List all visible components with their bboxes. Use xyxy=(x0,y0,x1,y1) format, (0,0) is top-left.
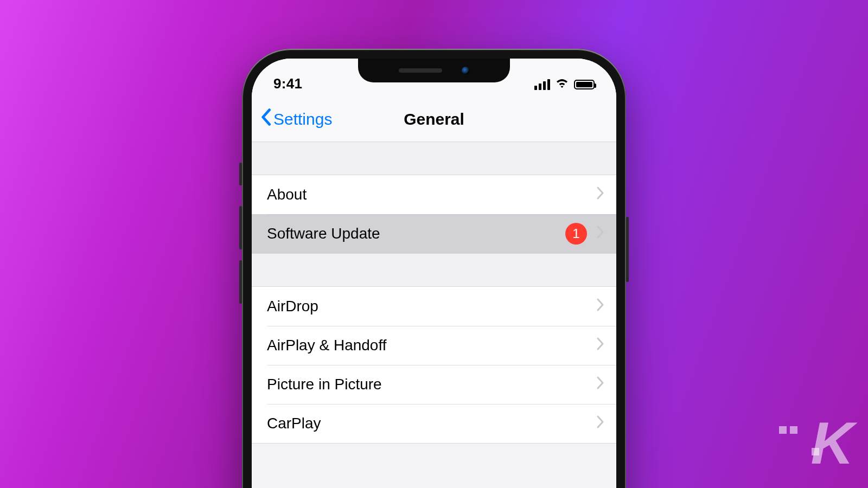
row-label: About xyxy=(267,186,597,203)
chevron-left-icon xyxy=(259,108,272,130)
row-label: Software Update xyxy=(267,225,565,242)
watermark-logo: K xyxy=(811,408,852,477)
chevron-right-icon xyxy=(597,415,604,432)
section-gap xyxy=(252,254,616,286)
back-button[interactable]: Settings xyxy=(259,108,332,130)
list-section: AirDrop AirPlay & Handoff Picture in Pic… xyxy=(252,286,616,444)
battery-icon xyxy=(574,80,595,89)
notch xyxy=(358,59,510,82)
mute-switch xyxy=(239,163,242,185)
notification-badge: 1 xyxy=(565,223,587,245)
screen: 9:41 Settings General xyxy=(252,59,616,488)
row-about[interactable]: About xyxy=(252,175,616,214)
nav-bar: Settings General xyxy=(252,97,616,142)
chevron-right-icon xyxy=(597,337,604,354)
row-label: AirDrop xyxy=(267,298,597,315)
row-carplay[interactable]: CarPlay xyxy=(252,404,616,443)
volume-down xyxy=(239,260,242,304)
row-label: AirPlay & Handoff xyxy=(267,337,597,354)
power-button xyxy=(626,217,629,282)
row-picture-in-picture[interactable]: Picture in Picture xyxy=(252,365,616,404)
chevron-right-icon xyxy=(597,186,604,203)
status-time: 9:41 xyxy=(273,75,302,92)
front-camera xyxy=(462,67,469,74)
earpiece xyxy=(399,68,442,73)
wifi-icon xyxy=(556,77,569,92)
row-label: Picture in Picture xyxy=(267,376,597,393)
phone-frame: 9:41 Settings General xyxy=(242,49,626,488)
chevron-right-icon xyxy=(597,376,604,393)
back-label: Settings xyxy=(273,110,332,129)
list-section: About Software Update 1 xyxy=(252,175,616,254)
row-airdrop[interactable]: AirDrop xyxy=(252,287,616,326)
cellular-icon xyxy=(534,79,550,90)
section-gap xyxy=(252,142,616,175)
row-label: CarPlay xyxy=(267,415,597,432)
watermark-dots xyxy=(779,426,797,434)
chevron-right-icon xyxy=(597,225,604,242)
volume-up xyxy=(239,206,242,249)
row-software-update[interactable]: Software Update 1 xyxy=(252,214,616,253)
row-airplay-handoff[interactable]: AirPlay & Handoff xyxy=(252,326,616,365)
chevron-right-icon xyxy=(597,298,604,315)
page-title: General xyxy=(404,110,464,129)
